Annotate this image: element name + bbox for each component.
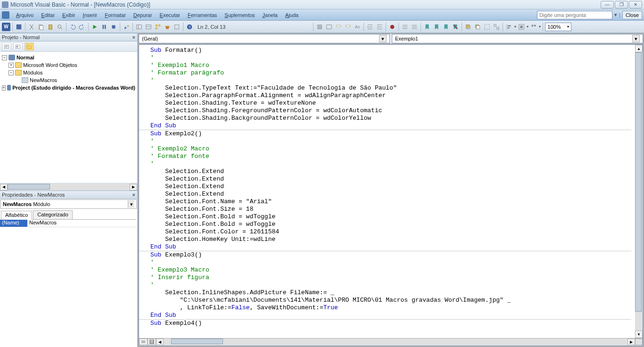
code-editor[interactable]: Sub Formatar() ' ' Exemplo1 Macro ' Form… (139, 45, 635, 338)
tree-expand-icon[interactable]: + (8, 63, 14, 68)
cut-icon[interactable] (27, 23, 36, 31)
minimize-button[interactable]: — (601, 1, 614, 8)
dropdown-arrow-icon[interactable]: ▾ (128, 200, 134, 208)
copy-icon[interactable] (37, 23, 45, 31)
restore-button[interactable]: ❐ (615, 1, 628, 8)
property-row[interactable]: (Name) NewMacros (0, 220, 137, 227)
properties-window-icon[interactable] (144, 23, 153, 31)
zoom-combo[interactable]: 100% ▾ (545, 23, 571, 31)
menu-inserir[interactable]: Inserir (79, 11, 101, 19)
vscroll-up-icon[interactable]: ▲ (635, 45, 643, 52)
center-icon[interactable] (517, 23, 526, 31)
design-mode-icon[interactable] (122, 23, 131, 31)
menu-arquivo[interactable]: Arquivo (12, 11, 37, 19)
hscroll-right-icon[interactable]: ▶ (130, 184, 137, 190)
run-icon[interactable] (91, 23, 99, 31)
object-dropdown[interactable]: (Geral) ▾ (139, 34, 390, 43)
list-properties-icon[interactable] (315, 23, 324, 31)
help-search-input[interactable] (537, 11, 612, 19)
dropdown-arrow-icon[interactable]: ▾ (632, 35, 640, 42)
tree-node-newmacros[interactable]: NewMacros (2, 76, 135, 84)
menu-executar[interactable]: Executar (156, 11, 184, 19)
view-code-icon[interactable] (2, 42, 11, 51)
tree-node-word-objects[interactable]: + Microsoft Word Objetos (2, 61, 135, 69)
tab-alphabetic[interactable]: Alfabético (1, 211, 32, 220)
toolbox-icon[interactable] (163, 23, 172, 31)
reset-icon[interactable] (109, 23, 118, 31)
parameter-info-icon[interactable] (344, 23, 352, 31)
menu-ajuda[interactable]: Ajuda (281, 11, 302, 19)
ungroup-icon[interactable] (492, 23, 501, 31)
redo-icon[interactable] (78, 23, 86, 31)
procedure-dropdown[interactable]: Exemplo1 ▾ (392, 34, 643, 43)
project-explorer-icon[interactable] (135, 23, 143, 31)
hscroll-thumb[interactable] (8, 184, 50, 190)
tree-node-modules[interactable]: − Módulos (2, 69, 135, 76)
full-module-view-icon[interactable] (148, 339, 156, 345)
list-constants-icon[interactable] (325, 23, 333, 31)
toggle-breakpoint-icon[interactable] (388, 23, 396, 31)
tree-node-normal[interactable]: − Normal (2, 54, 135, 61)
undo-icon[interactable] (68, 23, 77, 31)
next-bookmark-icon[interactable] (432, 23, 441, 31)
tree-node-project2[interactable]: + Project (Estudo dirigido - Macros Grav… (2, 84, 135, 91)
find-icon[interactable] (56, 23, 64, 31)
menu-formatar[interactable]: Formatar (101, 11, 130, 19)
quick-info-icon[interactable] (334, 23, 343, 31)
tree-collapse-icon[interactable]: − (8, 70, 14, 75)
properties-object-dropdown[interactable]: NewMacros Módulo ▾ (0, 199, 137, 209)
view-object-icon[interactable] (13, 42, 23, 51)
size-dropdown-arrow[interactable]: ▾ (539, 25, 541, 29)
save-dropdown-icon[interactable] (15, 23, 23, 31)
tree-collapse-icon[interactable]: − (2, 55, 7, 60)
close-inner-button[interactable]: Close (622, 11, 642, 19)
tab-categorized[interactable]: Categorizado (33, 210, 72, 219)
menu-janela[interactable]: Janela (259, 11, 281, 19)
property-value[interactable]: NewMacros (27, 220, 137, 227)
code-hscroll-left-icon[interactable]: ◀ (156, 339, 164, 345)
hscroll-left-icon[interactable]: ◀ (0, 184, 8, 190)
project-tree[interactable]: − Normal + Microsoft Word Objetos − Módu… (0, 52, 137, 183)
toggle-bookmark-icon[interactable] (423, 23, 431, 31)
group-icon[interactable] (483, 23, 491, 31)
code-hscroll-thumb[interactable] (171, 339, 223, 344)
break-icon[interactable] (100, 23, 108, 31)
properties-close-icon[interactable]: × (132, 192, 135, 198)
complete-word-icon[interactable]: A↕ (353, 23, 362, 31)
help-icon[interactable]: ? (185, 23, 194, 31)
vscroll-down-icon[interactable]: ▼ (635, 330, 643, 338)
outdent-icon[interactable] (375, 23, 384, 31)
close-button[interactable]: ✕ (629, 1, 642, 8)
align-icon[interactable] (505, 23, 513, 31)
project-hscroll[interactable]: ◀ ▶ (0, 183, 137, 190)
word-icon[interactable]: W (2, 23, 10, 31)
code-vscroll[interactable]: ▲ ▼ (635, 45, 643, 338)
code-hscroll-right-icon[interactable]: ▶ (627, 339, 635, 345)
indent-icon[interactable] (366, 23, 374, 31)
comment-block-icon[interactable] (401, 23, 409, 31)
paste-icon[interactable] (46, 23, 55, 31)
dropdown-arrow-icon[interactable]: ▾ (379, 35, 387, 42)
menu-depurar[interactable]: Depurar (130, 11, 156, 19)
tree-expand-icon[interactable]: + (2, 85, 6, 91)
code-hscroll-track[interactable] (164, 339, 627, 346)
menu-suplementos[interactable]: Suplementos (221, 11, 258, 19)
vscroll-thumb[interactable] (635, 52, 642, 312)
bring-front-icon[interactable] (464, 23, 472, 31)
menu-editar[interactable]: Editar (37, 11, 58, 19)
align-dropdown-arrow[interactable]: ▾ (514, 25, 516, 29)
prev-bookmark-icon[interactable] (442, 23, 450, 31)
toggle-folders-icon[interactable] (25, 42, 34, 51)
make-same-size-icon[interactable] (529, 23, 538, 31)
menu-exibir[interactable]: Exibir (58, 11, 79, 19)
clear-bookmarks-icon[interactable] (451, 23, 460, 31)
tab-order-icon[interactable] (173, 23, 181, 31)
project-panel-close-icon[interactable]: × (132, 34, 135, 40)
send-back-icon[interactable] (473, 23, 482, 31)
procedure-view-icon[interactable] (139, 339, 148, 345)
uncomment-block-icon[interactable] (410, 23, 419, 31)
menu-ferramentas[interactable]: Ferramentas (184, 11, 221, 19)
center-dropdown-arrow[interactable]: ▾ (527, 25, 528, 29)
object-browser-icon[interactable] (154, 23, 162, 31)
help-dropdown-arrow[interactable]: ▾ (614, 12, 617, 18)
